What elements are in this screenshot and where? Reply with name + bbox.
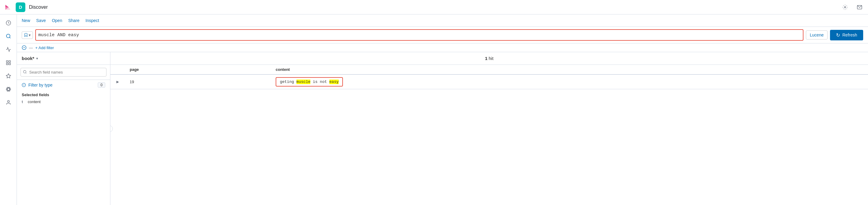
search-fields-input[interactable] (21, 68, 106, 76)
content-prefix: geting (280, 79, 297, 84)
svg-line-16 (26, 73, 26, 73)
filter-type-left: Filter by type (22, 82, 53, 88)
inner-layout: book* ▾ (17, 52, 868, 205)
search-input[interactable] (38, 33, 801, 38)
field-name: content (28, 100, 41, 104)
index-name: book* (22, 56, 34, 61)
nav-item-canvas[interactable] (2, 70, 14, 82)
refresh-button[interactable]: ↻ Refresh (830, 30, 863, 40)
new-button[interactable]: New (22, 17, 30, 24)
nav-item-visualize[interactable] (2, 43, 14, 56)
svg-rect-7 (9, 63, 10, 65)
svg-point-3 (6, 34, 10, 38)
expand-cell: ▶ (111, 74, 125, 89)
search-fields-icon (23, 70, 27, 75)
left-nav (0, 14, 17, 205)
save-button[interactable]: Save (36, 17, 46, 24)
filter-count: 0 (98, 82, 105, 88)
content-column-header[interactable]: content (271, 65, 868, 74)
filter-type-row[interactable]: Filter by type 0 (17, 80, 110, 90)
hit-count-number: 1 (485, 56, 487, 61)
field-list: t content (17, 98, 110, 105)
svg-rect-6 (9, 61, 10, 62)
search-input-wrapper (35, 29, 803, 41)
search-row: ▾ Lucene ↻ Refresh (17, 27, 868, 43)
search-fields-wrapper (17, 65, 110, 80)
app-title: Discover (29, 4, 837, 10)
filter-row: — + Add filter (17, 43, 868, 52)
refresh-icon: ↻ (836, 32, 840, 38)
add-filter-button[interactable]: + Add filter (35, 45, 54, 50)
svg-rect-8 (6, 63, 8, 65)
svg-rect-5 (6, 61, 8, 62)
nav-item-user[interactable] (2, 97, 14, 108)
selected-fields-label: Selected fields (17, 90, 110, 98)
main-layout: New Save Open Share Inspect ▾ Lucene ↻ R… (0, 14, 868, 205)
field-item-content[interactable]: t content (17, 98, 110, 105)
table-header-row: page content (111, 65, 868, 74)
inspect-button[interactable]: Inspect (86, 17, 99, 24)
expand-column-header (111, 65, 125, 74)
filter-circle-icon (22, 45, 27, 50)
results-table: page content ▶ (111, 65, 868, 205)
hit-label: hit (489, 56, 493, 61)
svg-line-4 (9, 37, 10, 38)
filter-separator: — (29, 45, 33, 50)
kibana-logo (4, 3, 12, 11)
query-mode-button[interactable]: ▾ (22, 31, 33, 39)
lucene-button[interactable]: Lucene (806, 30, 828, 39)
nav-item-clock[interactable] (2, 17, 14, 29)
data-table: page content ▶ (111, 65, 868, 89)
field-type-badge: t (22, 100, 26, 104)
content-cell-inner: geting muscle is not easy (276, 77, 343, 87)
toolbar: New Save Open Share Inspect (17, 14, 868, 27)
nav-item-ml[interactable] (2, 83, 14, 95)
search-fields-container (21, 68, 106, 76)
nav-item-dashboard[interactable] (2, 57, 14, 69)
sidebar: book* ▾ (17, 52, 111, 205)
expand-row-button[interactable]: ▶ (115, 79, 120, 84)
svg-point-0 (844, 6, 846, 8)
svg-point-15 (24, 70, 26, 73)
index-chevron-icon: ▾ (36, 56, 38, 61)
index-selector[interactable]: book* ▾ (17, 52, 110, 65)
app-icon: D (16, 2, 25, 12)
top-bar: D Discover (0, 0, 868, 14)
main-content: ◂ 1 hit page (111, 52, 868, 205)
nav-item-discover[interactable] (2, 30, 14, 42)
share-button[interactable]: Share (68, 17, 79, 24)
content-middle: is not (310, 79, 329, 84)
top-bar-icons (840, 2, 864, 12)
page-cell: 19 (125, 74, 271, 89)
hit-count-row: 1 hit (111, 52, 868, 65)
table-row: ▶ 19 geting muscle is not easy (111, 74, 868, 89)
content-highlight-easy: easy (329, 79, 339, 84)
chevron-down-icon: ▾ (29, 33, 31, 37)
svg-point-12 (7, 100, 9, 102)
content-area: New Save Open Share Inspect ▾ Lucene ↻ R… (17, 14, 868, 205)
content-highlight-muscle: muscle (297, 79, 311, 84)
open-button[interactable]: Open (52, 17, 62, 24)
mail-button[interactable] (855, 2, 864, 12)
page-column-header[interactable]: page (125, 65, 271, 74)
content-cell: geting muscle is not easy (271, 74, 868, 89)
settings-button[interactable] (840, 2, 850, 12)
